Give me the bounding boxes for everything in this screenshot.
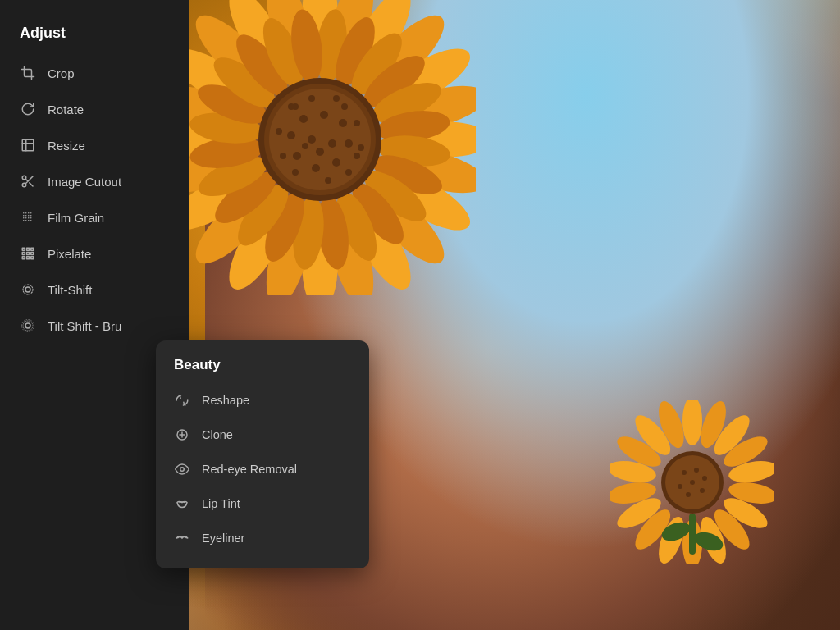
reshape-label: Reshape — [202, 394, 249, 407]
svg-point-59 — [308, 135, 316, 144]
tilt-shift-brush-label: Tilt Shift - Bru — [48, 319, 121, 333]
tilt-shift-icon — [20, 281, 36, 298]
svg-point-140 — [180, 468, 185, 472]
beauty-popup: Beauty Reshape Clone Red-eye Removal — [156, 340, 369, 568]
beauty-item-red-eye[interactable]: Red-eye Removal — [156, 452, 369, 486]
sidebar-item-image-cutout[interactable]: Image Cutout — [0, 163, 189, 199]
svg-point-118 — [25, 217, 27, 219]
svg-point-116 — [30, 215, 32, 217]
svg-point-124 — [30, 220, 32, 221]
svg-point-137 — [23, 321, 33, 331]
svg-point-73 — [308, 95, 315, 102]
svg-rect-130 — [31, 253, 34, 255]
eyeliner-icon — [174, 530, 190, 546]
svg-rect-126 — [27, 248, 30, 250]
clone-label: Clone — [202, 428, 233, 441]
svg-point-74 — [345, 169, 352, 176]
svg-point-62 — [302, 143, 308, 149]
svg-point-100 — [686, 492, 691, 497]
sidebar-item-tilt-shift[interactable]: Tilt-Shift — [0, 272, 189, 308]
svg-point-112 — [30, 212, 32, 214]
svg-point-63 — [341, 103, 348, 110]
sidebar-item-tilt-shift-brush[interactable]: Tilt Shift - Bru — [0, 308, 189, 344]
svg-point-109 — [23, 212, 25, 214]
svg-point-98 — [702, 476, 707, 481]
beauty-item-eyeliner[interactable]: Eyeliner — [156, 521, 369, 555]
svg-point-97 — [694, 468, 699, 472]
resize-label: Resize — [48, 139, 85, 153]
svg-point-101 — [678, 484, 682, 489]
svg-point-119 — [28, 217, 30, 219]
svg-rect-132 — [27, 257, 30, 259]
rotate-icon — [20, 101, 36, 117]
svg-point-70 — [276, 128, 282, 135]
svg-point-136 — [25, 323, 30, 328]
svg-point-50 — [269, 89, 371, 190]
rotate-label: Rotate — [48, 103, 84, 116]
reshape-icon — [174, 392, 190, 409]
tilt-shift-label: Tilt-Shift — [48, 283, 92, 297]
svg-point-57 — [293, 152, 301, 160]
sidebar-item-resize[interactable]: Resize — [0, 127, 189, 163]
svg-point-121 — [23, 220, 25, 221]
svg-point-75 — [288, 103, 294, 110]
svg-rect-127 — [31, 248, 34, 250]
svg-point-51 — [299, 115, 308, 123]
lips-icon — [174, 495, 190, 512]
svg-point-134 — [25, 287, 30, 292]
sidebar-item-rotate[interactable]: Rotate — [0, 91, 189, 127]
beauty-popup-title: Beauty — [156, 357, 369, 383]
svg-point-58 — [287, 131, 295, 139]
svg-rect-129 — [27, 253, 30, 255]
svg-point-123 — [28, 220, 30, 221]
image-cutout-label: Image Cutout — [48, 175, 121, 189]
red-eye-removal-label: Red-eye Removal — [202, 463, 297, 476]
svg-point-67 — [354, 153, 360, 159]
sidebar-item-pixelate[interactable]: Pixelate — [0, 235, 189, 272]
svg-point-138 — [22, 320, 34, 332]
svg-point-66 — [280, 153, 286, 159]
svg-rect-133 — [31, 257, 34, 259]
sunflower-main — [164, 0, 476, 295]
svg-point-120 — [30, 217, 32, 219]
crop-label: Crop — [48, 66, 75, 80]
svg-point-111 — [28, 212, 30, 214]
svg-point-122 — [25, 220, 27, 221]
svg-point-113 — [23, 215, 25, 217]
svg-point-114 — [25, 215, 27, 217]
eyeliner-label: Eyeliner — [202, 532, 244, 545]
svg-point-76 — [682, 400, 702, 445]
svg-point-102 — [690, 480, 695, 485]
beauty-item-clone[interactable]: Clone — [156, 418, 369, 452]
scissors-icon — [20, 173, 36, 189]
pixelate-label: Pixelate — [48, 247, 91, 261]
clone-icon — [174, 427, 190, 443]
film-grain-label: Film Grain — [48, 211, 104, 225]
pixelate-icon — [20, 245, 36, 262]
svg-point-115 — [28, 215, 30, 217]
svg-point-96 — [682, 470, 687, 475]
svg-point-71 — [358, 144, 364, 151]
svg-point-60 — [328, 139, 336, 148]
svg-point-117 — [23, 217, 25, 219]
svg-rect-131 — [22, 257, 25, 259]
svg-rect-125 — [22, 248, 25, 250]
beauty-item-lip-tint[interactable]: Lip Tint — [156, 486, 369, 521]
sidebar-item-film-grain[interactable]: Film Grain — [0, 199, 189, 235]
tilt-shift-brush-icon — [20, 317, 36, 334]
svg-point-64 — [292, 169, 299, 176]
crop-icon — [20, 65, 36, 81]
svg-point-110 — [25, 212, 27, 214]
sidebar-section-title: Adjust — [0, 16, 189, 55]
svg-point-55 — [332, 158, 340, 167]
beauty-item-reshape[interactable]: Reshape — [156, 383, 369, 418]
svg-point-72 — [325, 177, 331, 184]
sidebar-item-crop[interactable]: Crop — [0, 55, 189, 91]
svg-point-56 — [312, 164, 320, 172]
svg-point-99 — [700, 488, 705, 493]
svg-rect-128 — [22, 253, 25, 255]
svg-point-53 — [339, 119, 347, 127]
film-grain-icon — [20, 209, 36, 226]
eye-icon — [174, 461, 190, 477]
svg-rect-106 — [22, 139, 34, 151]
